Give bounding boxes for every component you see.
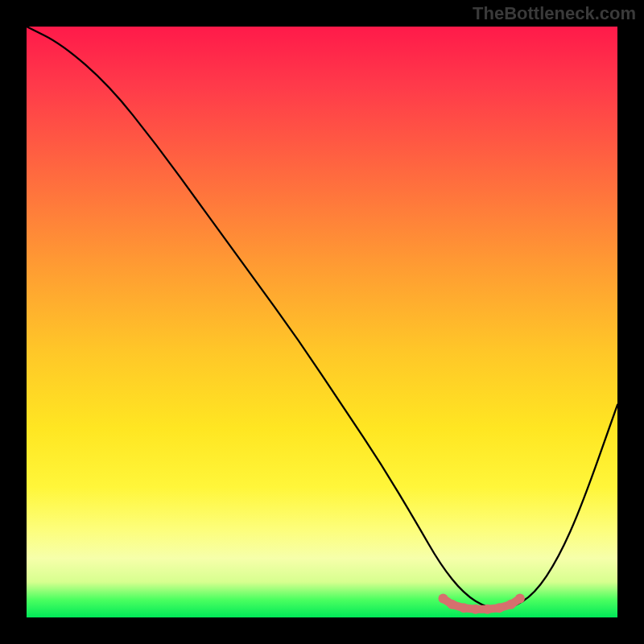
chart-container: TheBottleneck.com xyxy=(0,0,644,644)
optimal-zone-dot xyxy=(438,594,448,604)
optimal-zone-dot xyxy=(459,603,469,613)
plot-area xyxy=(27,27,617,617)
chart-svg xyxy=(27,27,617,617)
optimal-zone-dot xyxy=(471,605,481,614)
optimal-zone-dot xyxy=(506,600,516,609)
watermark-label: TheBottleneck.com xyxy=(473,3,636,24)
optimal-zone-dot xyxy=(447,600,456,609)
optimal-zone-dot xyxy=(515,594,525,604)
bottleneck-curve xyxy=(27,27,617,609)
optimal-zone-dot xyxy=(483,605,493,614)
optimal-zone-dot xyxy=(494,603,504,613)
